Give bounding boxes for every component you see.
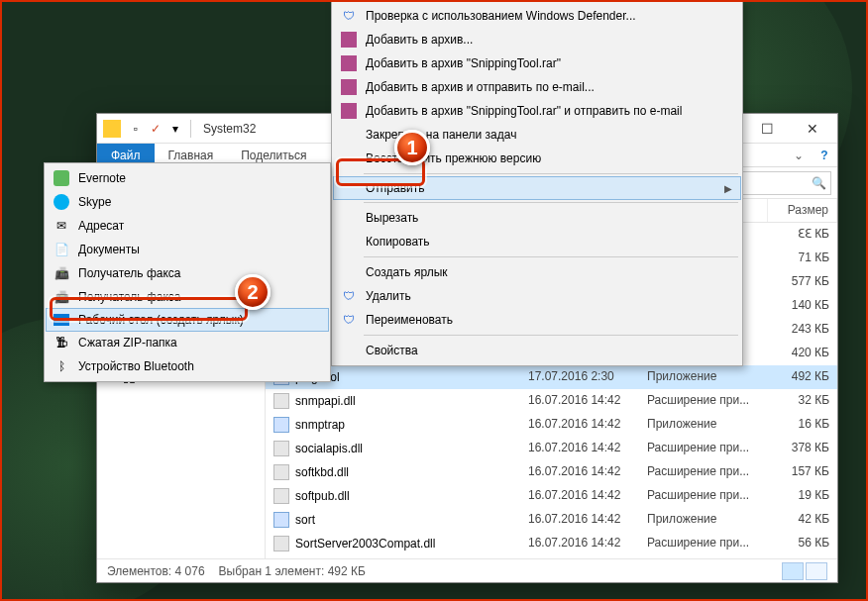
file-type: Расширение при... [639, 391, 768, 411]
view-icons-button[interactable] [806, 562, 827, 580]
annotation-badge-2: 2 [235, 274, 271, 310]
file-icon [273, 488, 289, 504]
menu-item-label: Получатель факса [78, 266, 181, 280]
file-size: 492 КБ [768, 367, 837, 387]
ribbon-collapse-icon[interactable]: ⌄ [786, 144, 812, 166]
file-size: 42 КБ [768, 510, 837, 530]
file-size: 243 КБ [768, 320, 837, 340]
menu-item-label: Адресат [78, 219, 124, 233]
file-name: snmptrap [295, 418, 345, 432]
close-button[interactable]: ✕ [790, 114, 835, 144]
menu-item[interactable]: Добавить в архив и отправить по e-mail..… [334, 75, 740, 99]
view-details-button[interactable] [782, 562, 804, 580]
sendto-item[interactable]: 📠Получатель факса [47, 261, 328, 285]
file-size: ƐƐ КБ [768, 225, 837, 245]
file-date: 16.07.2016 14:42 [520, 439, 639, 458]
file-size: 16 КБ [768, 415, 837, 435]
file-size: 577 КБ [768, 272, 837, 292]
file-size: 19 КБ [768, 486, 837, 506]
sendto-item[interactable]: 🗜Сжатая ZIP-папка [47, 331, 328, 354]
file-icon [273, 441, 289, 456]
qat-dropdown-icon[interactable]: ▾ [166, 120, 184, 138]
annotation-badge-1: 1 [394, 130, 430, 165]
file-type: Приложение [639, 510, 768, 530]
sendto-item[interactable]: Skype [47, 190, 328, 214]
menu-item-label: Вырезать [366, 211, 418, 225]
menu-item-label: Переименовать [366, 313, 453, 327]
file-name: softkbd.dll [295, 465, 349, 479]
file-type: Расширение при... [639, 486, 768, 506]
menu-item[interactable]: Добавить в архив "SnippingTool.rar" и от… [334, 99, 740, 123]
menu-item[interactable]: Копировать [334, 230, 740, 253]
menu-item-label: Добавить в архив... [366, 33, 473, 47]
window-title: System32 [203, 122, 256, 136]
sendto-item[interactable]: ✉Адресат [47, 214, 328, 238]
sendto-item[interactable]: Evernote [47, 166, 328, 190]
fax-icon: 📠 [53, 264, 70, 282]
status-count: Элементов: 4 076 [107, 564, 205, 578]
table-row[interactable]: pingTool17.07.2016 2:30Приложение492 КБ [266, 365, 837, 389]
menu-item[interactable]: Создать ярлык [334, 260, 740, 284]
file-name: socialapis.dll [295, 442, 363, 455]
menu-item[interactable]: 🛡Переименовать [334, 308, 740, 332]
menu-item[interactable]: 🛡Проверка с использованием Windows Defen… [334, 4, 740, 28]
table-row[interactable]: socialapis.dll16.07.2016 14:42Расширение… [266, 437, 837, 460]
menu-item[interactable]: 🛡Удалить [334, 284, 740, 308]
file-date: 17.07.2016 2:30 [520, 367, 639, 387]
status-selected: Выбран 1 элемент: 492 КБ [219, 564, 366, 578]
file-type: Приложение [639, 415, 768, 435]
table-row[interactable]: softpub.dll16.07.2016 14:42Расширение пр… [266, 484, 837, 508]
sendto-item[interactable]: ᛒУстройство Bluetooth [47, 354, 328, 378]
menu-item-label: Проверка с использованием Windows Defend… [366, 9, 636, 23]
file-icon [273, 512, 289, 528]
mail-icon: ✉ [53, 217, 70, 235]
file-name: SortServer2003Compat.dll [295, 537, 435, 551]
file-size: 140 КБ [768, 296, 837, 316]
doc-icon: 📄 [53, 241, 70, 258]
menu-item-label: Добавить в архив "SnippingTool.rar" и от… [366, 104, 682, 118]
file-date: 16.07.2016 14:42 [520, 557, 639, 558]
submenu-arrow-icon: ▶ [724, 183, 732, 194]
maximize-button[interactable]: ☐ [744, 114, 790, 144]
bt-icon: ᛒ [53, 357, 70, 375]
table-row[interactable]: SortServer2003Compat.dll16.07.2016 14:42… [266, 532, 837, 555]
menu-item[interactable]: Добавить в архив "SnippingTool.rar" [334, 51, 740, 75]
menu-item-label: Свойства [366, 344, 418, 357]
sendto-item[interactable]: 📄Документы [47, 238, 328, 261]
qat-checkmark-icon[interactable]: ✓ [147, 120, 164, 138]
table-row[interactable]: snmptrap16.07.2016 14:42Приложение16 КБ [266, 413, 837, 437]
table-row[interactable]: softkbd.dll16.07.2016 14:42Расширение пр… [266, 460, 837, 484]
file-type: Приложение [639, 367, 768, 387]
file-size: 157 КБ [768, 462, 837, 482]
file-name: sort [295, 513, 315, 527]
menu-item[interactable]: Вырезать [334, 206, 740, 230]
file-date: 16.07.2016 14:42 [520, 391, 639, 411]
menu-item-label: Документы [78, 243, 140, 256]
winrar-icon [340, 102, 358, 120]
table-row[interactable]: SortWindows6Compat.dll16.07.2016 14:42Ра… [266, 555, 837, 558]
menu-item[interactable]: Добавить в архив... [334, 28, 740, 51]
file-size: 32 КБ [768, 391, 837, 411]
table-row[interactable]: snmpapi.dll16.07.2016 14:42Расширение пр… [266, 389, 837, 413]
zip-icon: 🗜 [53, 334, 70, 351]
qat-props-icon[interactable]: ▫ [127, 120, 145, 138]
menu-item-label: Закрепить на панели задач [366, 128, 516, 142]
status-bar: Элементов: 4 076 Выбран 1 элемент: 492 К… [97, 558, 837, 582]
search-icon: 🔍 [812, 176, 826, 190]
winrar-icon [340, 54, 358, 72]
file-size: 56 КБ [768, 534, 837, 553]
menu-item-label: Evernote [78, 171, 126, 185]
menu-item[interactable]: Свойства [334, 339, 740, 362]
menu-item-label: Копировать [366, 235, 430, 249]
table-row[interactable]: sort16.07.2016 14:42Приложение42 КБ [266, 508, 837, 532]
file-icon [273, 393, 289, 409]
file-type: Расширение при... [639, 462, 768, 482]
file-name: snmpapi.dll [295, 394, 356, 408]
help-button[interactable]: ? [812, 144, 837, 166]
menu-item-label: Удалить [366, 289, 411, 303]
colhdr-size[interactable]: Размер [768, 199, 837, 222]
file-icon [273, 464, 289, 480]
file-date: 16.07.2016 14:42 [520, 510, 639, 530]
file-type: Расширение при... [639, 557, 768, 558]
folder-icon [103, 120, 121, 138]
